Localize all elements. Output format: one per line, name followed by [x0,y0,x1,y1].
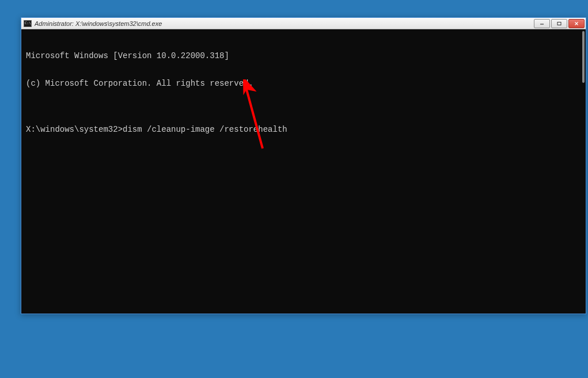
terminal-command: dism /cleanup-image /restorehealth [123,125,287,134]
terminal-prompt: X:\windows\system32> [26,125,123,134]
minimize-button[interactable] [534,19,550,28]
close-button[interactable] [568,19,585,28]
terminal-copyright-line: (c) Microsoft Corporation. All rights re… [26,79,581,88]
scrollbar-vertical[interactable] [582,31,585,83]
terminal-prompt-line: X:\windows\system32>dism /cleanup-image … [26,125,581,134]
maximize-button[interactable] [551,19,567,28]
window-title: Administrator: X:\windows\system32\cmd.e… [35,20,534,27]
window-controls [534,19,585,28]
cmd-window: Administrator: X:\windows\system32\cmd.e… [21,17,586,314]
terminal-version-line: Microsoft Windows [Version 10.0.22000.31… [26,51,581,60]
titlebar[interactable]: Administrator: X:\windows\system32\cmd.e… [21,18,586,29]
cmd-icon [24,20,32,27]
terminal-body[interactable]: Microsoft Windows [Version 10.0.22000.31… [21,29,586,314]
svg-rect-1 [557,22,561,25]
